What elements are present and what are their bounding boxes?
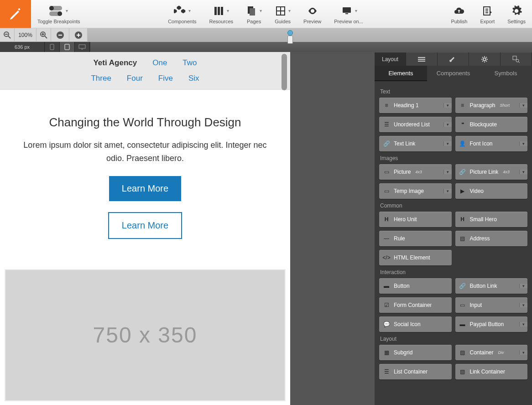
image-icon: ▭ bbox=[383, 187, 390, 195]
nav-link-one[interactable]: One bbox=[152, 58, 167, 68]
elem-button[interactable]: ▬Button bbox=[379, 278, 452, 294]
chevron-down-icon[interactable]: ▾ bbox=[519, 284, 527, 288]
chevron-down-icon: ▾ bbox=[288, 8, 291, 13]
preview-button[interactable]: Preview bbox=[297, 4, 328, 24]
image-section[interactable]: 750 x 350 bbox=[0, 265, 290, 405]
elem-font-icon[interactable]: 👤Font Icon▾ bbox=[455, 136, 528, 151]
pages-button[interactable]: ▾ Pages bbox=[240, 4, 268, 24]
chevron-down-icon[interactable]: ▾ bbox=[519, 141, 527, 146]
elem-container[interactable]: ▧ContainerDiv▾ bbox=[455, 345, 528, 360]
nav-link-six[interactable]: Six bbox=[188, 74, 199, 83]
tablet-icon bbox=[64, 44, 70, 50]
elem-unordered-list[interactable]: ☰Unordered List▾ bbox=[379, 117, 452, 132]
zoom-in-fit-button[interactable] bbox=[37, 28, 51, 42]
cta-secondary-button[interactable]: Learn More bbox=[108, 212, 182, 239]
zoom-out-fit-button[interactable] bbox=[0, 28, 15, 42]
zoom-minus-button[interactable] bbox=[51, 28, 69, 42]
nav-link-three[interactable]: Three bbox=[91, 74, 111, 83]
elem-button-link[interactable]: 🔗Button Link▾ bbox=[455, 278, 528, 294]
placeholder-image[interactable]: 750 x 350 bbox=[5, 269, 286, 401]
width-handle[interactable] bbox=[287, 36, 293, 44]
sidebar-mode-gear[interactable] bbox=[469, 52, 501, 66]
chevron-down-icon[interactable]: ▾ bbox=[443, 122, 452, 127]
hero-title[interactable]: Changing the World Through Design bbox=[14, 115, 276, 130]
elem-blockquote[interactable]: ❝Blockquote bbox=[455, 117, 528, 132]
hero-text[interactable]: Lorem ipsum dolor sit amet, consectetur … bbox=[14, 139, 276, 165]
elem-subgrid[interactable]: ▦Subgrid bbox=[379, 345, 452, 360]
section-text: Text bbox=[379, 85, 527, 98]
cta-primary-button[interactable]: Learn More bbox=[109, 176, 181, 201]
site-brand[interactable]: Yeti Agency bbox=[93, 58, 137, 68]
settings-button[interactable]: Settings bbox=[501, 4, 532, 24]
nav-link-two[interactable]: Two bbox=[183, 58, 197, 68]
tab-elements[interactable]: Elements bbox=[375, 66, 427, 81]
hero-icon: H bbox=[459, 216, 466, 223]
elem-form-container[interactable]: ☑Form Container bbox=[379, 297, 452, 313]
elem-address[interactable]: ▤Address bbox=[455, 231, 528, 246]
chevron-down-icon[interactable]: ▾ bbox=[519, 170, 527, 174]
elem-temp-image[interactable]: ▭Temp Image▾ bbox=[379, 183, 452, 199]
canvas-area: Yeti Agency One Two Three Four Five Six … bbox=[0, 52, 375, 405]
sidebar-mode-brush[interactable] bbox=[438, 52, 469, 66]
canvas-scrollbar[interactable] bbox=[282, 54, 287, 90]
toggle-breakpoints-button[interactable]: ▾ Toggle Breakpoints bbox=[31, 4, 87, 24]
elem-heading1[interactable]: ≡Heading 1▾ bbox=[379, 98, 452, 113]
svg-rect-25 bbox=[79, 45, 85, 48]
guides-button[interactable]: ▾ Guides bbox=[268, 4, 297, 24]
sidebar-mode-inspect[interactable] bbox=[501, 52, 532, 66]
container-icon: ▧ bbox=[459, 368, 466, 375]
address-icon: ▤ bbox=[459, 235, 466, 242]
export-button[interactable]: Export bbox=[474, 4, 501, 24]
tab-symbols[interactable]: Symbols bbox=[480, 66, 532, 81]
svg-rect-0 bbox=[214, 7, 217, 15]
elem-hero-unit[interactable]: HHero Unit bbox=[379, 212, 452, 227]
app-logo[interactable] bbox=[0, 0, 31, 28]
device-phone-button[interactable] bbox=[45, 42, 60, 52]
canvas-width: 636 px bbox=[0, 42, 45, 52]
chevron-down-icon[interactable]: ▾ bbox=[519, 322, 527, 327]
chevron-down-icon[interactable]: ▾ bbox=[519, 303, 527, 307]
chevron-down-icon[interactable]: ▾ bbox=[519, 350, 527, 355]
elem-social-icon[interactable]: 💬Social Icon bbox=[379, 317, 452, 332]
components-button[interactable]: ▾ Components bbox=[162, 4, 203, 24]
elem-small-hero[interactable]: HSmall Hero bbox=[455, 212, 528, 227]
elem-html[interactable]: </>HTML Element bbox=[379, 250, 452, 265]
canvas-viewport[interactable]: Yeti Agency One Two Three Four Five Six … bbox=[0, 52, 290, 405]
elem-picture-link[interactable]: 🔗Picture Link4x3▾ bbox=[455, 164, 528, 180]
breakpoint-ruler[interactable] bbox=[88, 28, 532, 42]
device-tablet-button[interactable] bbox=[60, 42, 75, 52]
elem-video[interactable]: ▶Video bbox=[455, 183, 528, 199]
chevron-down-icon[interactable]: ▾ bbox=[443, 189, 452, 193]
elem-list-container[interactable]: ☰List Container bbox=[379, 364, 452, 379]
image-icon: ▭ bbox=[383, 168, 390, 176]
zoom-bar: 100% bbox=[0, 28, 532, 42]
preview-on-button[interactable]: ▾ Preview on... bbox=[328, 4, 370, 24]
device-desktop-button[interactable] bbox=[75, 42, 90, 52]
elem-text-link[interactable]: 🔗Text Link▾ bbox=[379, 136, 452, 151]
svg-rect-2 bbox=[221, 7, 223, 15]
elem-rule[interactable]: —Rule bbox=[379, 231, 452, 246]
breakpoint-marker[interactable] bbox=[287, 30, 293, 36]
nav-link-five[interactable]: Five bbox=[158, 74, 173, 83]
publish-button[interactable]: Publish bbox=[444, 4, 474, 24]
elem-paypal-button[interactable]: ▬Paypal Button▾ bbox=[455, 317, 528, 332]
elem-link-container[interactable]: ▧Link Container bbox=[455, 364, 528, 379]
zoom-plus-button[interactable] bbox=[69, 28, 88, 42]
elem-input[interactable]: ▭Input▾ bbox=[455, 297, 528, 313]
elem-picture[interactable]: ▭Picture4x3▾ bbox=[379, 164, 452, 180]
chevron-down-icon[interactable]: ▾ bbox=[443, 170, 452, 174]
hero-section[interactable]: Changing the World Through Design Lorem … bbox=[0, 90, 290, 265]
chevron-down-icon[interactable]: ▾ bbox=[443, 141, 452, 146]
sidebar-mode-layout[interactable]: Layout bbox=[375, 52, 406, 66]
chevron-down-icon[interactable]: ▾ bbox=[443, 103, 452, 108]
chevron-down-icon: ▾ bbox=[66, 8, 68, 13]
chevron-down-icon[interactable]: ▾ bbox=[519, 103, 527, 108]
site-header[interactable]: Yeti Agency One Two Three Four Five Six bbox=[0, 52, 290, 90]
elem-paragraph[interactable]: ≡ParagraphShort▾ bbox=[455, 98, 528, 113]
components-label: Components bbox=[168, 19, 196, 24]
tab-components[interactable]: Components bbox=[427, 66, 480, 81]
resources-button[interactable]: ▾ Resources bbox=[203, 4, 240, 24]
sidebar-mode-list[interactable] bbox=[406, 52, 438, 66]
chat-icon: 💬 bbox=[383, 321, 390, 328]
nav-link-four[interactable]: Four bbox=[127, 74, 143, 83]
